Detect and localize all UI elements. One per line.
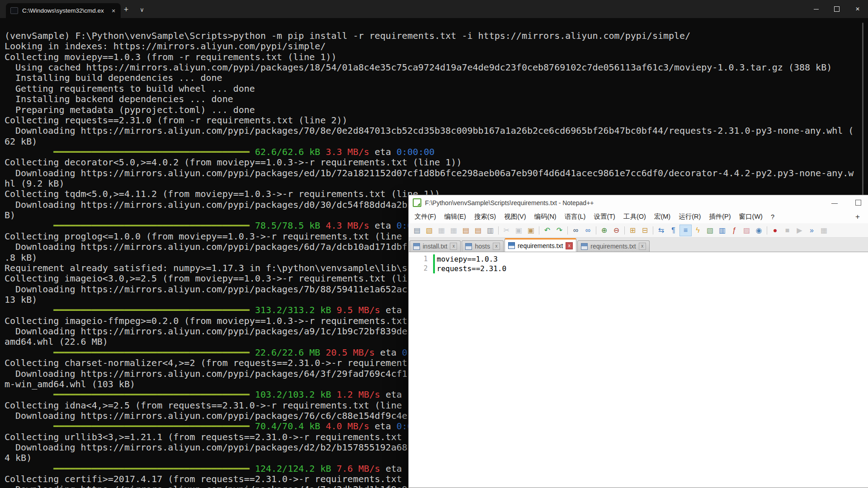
floppy-icon [413,243,420,250]
toolbar-separator [539,226,539,235]
line-number: 2 [409,264,433,273]
terminal-titlebar: C:\Windows\system32\cmd.ex ✕ + ∨ ✕ [0,0,868,18]
menu-item-10[interactable]: 插件(P) [705,211,735,222]
editor-tab-label: hosts [475,243,490,250]
function-list-button[interactable]: ƒ [728,225,741,236]
tab-close-icon[interactable]: x [639,243,646,250]
paste-button[interactable]: ▣ [525,225,537,236]
macro-record-button[interactable]: ● [769,225,781,236]
close-button[interactable]: ✕ [847,0,868,18]
notepad-minimize-button[interactable]: — [825,195,844,210]
notepad-title: F:\Python\venvSample\Scripts\requirement… [425,199,821,206]
terminal-line: (venvSample) F:\Python\venvSample\Script… [5,31,868,41]
tab-close-icon[interactable]: x [566,242,573,249]
menu-overflow-button[interactable]: + [849,212,866,221]
toolbar-separator [567,226,568,235]
editor-tab-0[interactable]: install.txtx [410,240,461,252]
code-text: moviepy==1.0.3 [437,254,498,264]
tab-close-icon[interactable]: ✕ [109,6,118,15]
editor-tab-2[interactable]: requirements.txtx [505,238,576,252]
menu-item-0[interactable]: 文件(F) [410,211,440,222]
minimize-button[interactable] [806,0,826,18]
redo-button[interactable]: ↷ [553,225,566,236]
terminal-line: Downloading https://mirrors.aliyun.com/p… [5,126,868,136]
terminal-tab-title: C:\Windows\system32\cmd.ex [22,7,105,14]
document-map-button[interactable]: ▧ [704,225,716,236]
terminal-line: 62 kB) [5,136,868,147]
editor-tab-1[interactable]: hostsx [462,240,503,252]
desktop: C:\Windows\system32\cmd.ex ✕ + ∨ ✕ (venv… [0,0,868,488]
close-file-button[interactable]: ▤ [460,225,472,236]
notepad-menubar: 文件(F)编辑(E)搜索(S)视图(V)编码(N)语言(L)设置(T)工具(O)… [409,210,868,223]
editor-tab-3[interactable]: requirements.txtx [577,240,649,252]
zoom-out-button[interactable]: ⊖ [610,225,623,236]
notepad-maximize-button[interactable] [848,195,868,210]
editor-line: 2requests==2.31.0 [409,264,868,273]
terminal-line: ━━━━━━━━━━━━━━━━━━━━━━━━━━━━━━━━━━━━ 62.… [5,147,868,157]
close-all-button[interactable]: ▤ [472,225,484,236]
document-switcher-button[interactable]: ▥ [716,225,728,236]
menu-item-8[interactable]: 宏(M) [650,211,675,222]
sync-vertical-scroll-button[interactable]: ⊞ [627,225,639,236]
menu-item-6[interactable]: 设置(T) [590,211,619,222]
menu-item-12[interactable]: ? [767,212,778,222]
new-tab-button[interactable]: + [119,4,133,15]
zoom-in-button[interactable]: ⊕ [598,225,610,236]
notepad-editor[interactable]: 1moviepy==1.0.32requests==2.31.0 [409,252,868,488]
notepad-titlebar: F:\Python\venvSample\Scripts\requirement… [409,195,868,210]
terminal-line: Looking in indexes: https://mirrors.aliy… [5,41,868,52]
cmd-icon [10,7,18,14]
editor-tab-label: install.txt [423,243,447,250]
tab-close-icon[interactable]: x [493,243,500,250]
toolbar-separator [498,226,499,235]
line-number: 1 [409,254,433,264]
terminal-line: Collecting requests==2.31.0 (from -r req… [5,115,868,126]
tab-dropdown-icon[interactable]: ∨ [136,4,148,15]
maximize-icon [855,200,861,206]
sync-horizontal-scroll-button[interactable]: ⊟ [639,225,651,236]
tab-close-icon[interactable]: x [450,243,457,250]
notepad-toolbar: ▤▧▦▦▤▤▥✂▣▣↶↷∞∞⊕⊖⊞⊟⇆¶≡ϟ▧▥ƒ▨◉●■▶»▦ [409,223,868,238]
print-button[interactable]: ▥ [484,225,496,236]
menu-item-1[interactable]: 编辑(E) [440,211,470,222]
undo-button[interactable]: ↶ [541,225,553,236]
replace-button[interactable]: ∞ [582,225,594,236]
toolbar-separator [596,226,596,235]
window-controls: ✕ [806,0,868,18]
maximize-icon [834,6,840,12]
menu-item-11[interactable]: 窗口(W) [735,211,767,222]
menu-item-3[interactable]: 视图(V) [500,211,530,222]
terminal-line: hl (9.2 kB) [5,178,868,189]
editor-tab-label: requirements.txt [518,242,563,249]
monitoring-button[interactable]: ◉ [753,225,765,236]
floppy-icon [581,243,588,250]
change-marker [433,264,435,273]
user-defined-language-button[interactable]: ϟ [692,225,704,236]
terminal-tab[interactable]: C:\Windows\system32\cmd.ex ✕ [6,3,121,18]
terminal-line: Installing build dependencies ... done [5,73,868,83]
floppy-icon [508,242,515,249]
terminal-line: Collecting moviepy==1.0.3 (from -r requi… [5,52,868,62]
menu-item-4[interactable]: 编码(N) [530,211,561,222]
folder-as-workspace-button[interactable]: ▨ [741,225,753,236]
open-file-button[interactable]: ▧ [423,225,435,236]
find-button[interactable]: ∞ [570,225,582,236]
word-wrap-button[interactable]: ⇆ [655,225,667,236]
editor-tab-label: requirements.txt [590,243,636,250]
menu-item-9[interactable]: 运行(R) [675,211,705,222]
terminal-line: Downloading https://mirrors.aliyun.com/p… [5,168,868,178]
show-all-characters-button[interactable]: ¶ [667,225,679,236]
indent-guide-button[interactable]: ≡ [679,225,692,236]
toolbar-separator [624,226,625,235]
code-text: requests==2.31.0 [437,264,506,273]
maximize-button[interactable] [826,0,847,18]
cut-button: ✂ [500,225,513,236]
macro-run-multiple-button[interactable]: » [806,225,818,236]
new-file-button[interactable]: ▤ [411,225,423,236]
menu-item-7[interactable]: 工具(O) [619,211,650,222]
menu-item-5[interactable]: 语言(L) [561,211,590,222]
terminal-line: Installing backend dependencies ... done [5,94,868,104]
terminal-line: Collecting decorator<5.0,>=4.0.2 (from m… [5,157,868,168]
terminal-line: Using cached https://mirrors.aliyun.com/… [5,62,868,73]
menu-item-2[interactable]: 搜索(S) [470,211,500,222]
